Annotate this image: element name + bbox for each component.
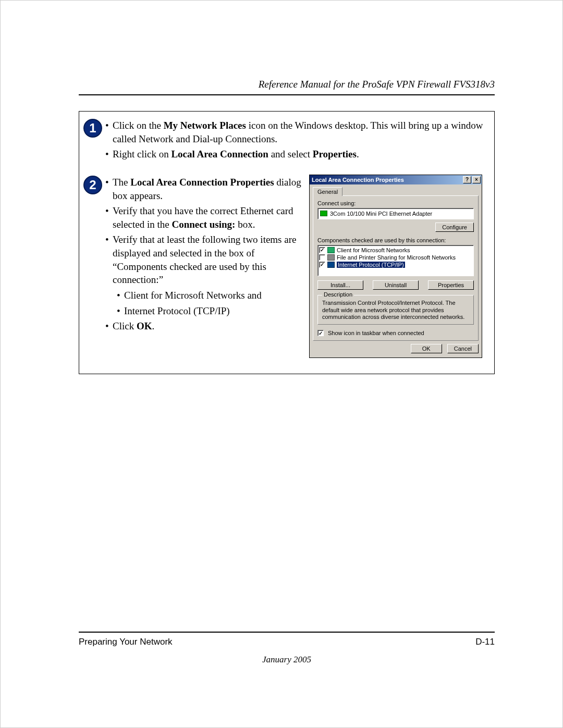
component-tcp-ip[interactable]: ✓ Internet Protocol (TCP/IP) xyxy=(319,261,472,268)
bullet-dot: • xyxy=(117,304,124,318)
header-rule xyxy=(79,94,495,95)
step-2-line-1: The Local Area Connection Properties dia… xyxy=(113,176,304,202)
bullet-dot: • xyxy=(105,233,113,287)
instruction-box: 1 • Click on the My Network Places icon … xyxy=(79,111,495,374)
bullet-dot: • xyxy=(105,204,113,231)
description-text: Transmission Control Protocol/Internet P… xyxy=(322,300,469,321)
dialog-title: Local Area Connection Properties xyxy=(312,177,462,183)
step-1-line-1: Click on the My Network Places icon on t… xyxy=(113,119,489,145)
component-file-printer-sharing[interactable]: File and Printer Sharing for Microsoft N… xyxy=(319,254,472,261)
step-2-sub-1: Client for Microsoft Networks and xyxy=(124,289,304,302)
step-2-line-3: Verify that at least the following two i… xyxy=(113,233,304,287)
lan-properties-dialog: Local Area Connection Properties ? × Gen… xyxy=(309,175,482,358)
description-title: Description xyxy=(322,291,354,298)
components-list[interactable]: ✓ Client for Microsoft Networks File and… xyxy=(317,245,474,276)
cancel-button[interactable]: Cancel xyxy=(447,344,479,353)
footer-date: January 2005 xyxy=(79,655,495,665)
uninstall-button[interactable]: Uninstall xyxy=(373,280,419,290)
checkbox-icon[interactable]: ✓ xyxy=(319,262,325,268)
ok-button[interactable]: OK xyxy=(411,344,442,353)
help-button[interactable]: ? xyxy=(463,176,471,183)
step-1-badge: 1 xyxy=(83,119,102,138)
components-label: Components checked are used by this conn… xyxy=(317,237,474,243)
tab-general[interactable]: General xyxy=(313,187,342,196)
install-button[interactable]: Install... xyxy=(317,280,363,290)
step-2-sub-2: Internet Protocol (TCP/IP) xyxy=(124,304,304,318)
service-icon xyxy=(327,254,335,261)
step-2-line-4: Click OK. xyxy=(113,319,304,333)
properties-button[interactable]: Properties xyxy=(428,280,474,290)
bullet-dot: • xyxy=(105,319,113,333)
checkbox-icon[interactable] xyxy=(319,254,325,261)
step-2-badge: 2 xyxy=(83,176,102,194)
taskbar-label: Show icon in taskbar when connected xyxy=(328,330,424,336)
footer-section: Preparing Your Network xyxy=(79,637,173,647)
client-icon xyxy=(327,247,335,253)
bullet-dot: • xyxy=(117,289,124,302)
footer-page-number: D-11 xyxy=(475,637,495,647)
nic-icon xyxy=(320,211,327,216)
protocol-icon xyxy=(327,262,335,268)
checkbox-icon[interactable]: ✓ xyxy=(319,247,325,253)
nic-field[interactable]: 3Com 10/100 Mini PCI Ethernet Adapter xyxy=(317,208,474,219)
configure-button[interactable]: Configure xyxy=(435,223,474,232)
connect-using-label: Connect using: xyxy=(317,200,474,206)
close-button[interactable]: × xyxy=(472,176,481,183)
bullet-dot: • xyxy=(105,176,113,202)
nic-name: 3Com 10/100 Mini PCI Ethernet Adapter xyxy=(330,211,432,217)
footer-rule xyxy=(79,632,495,633)
taskbar-checkbox[interactable]: ✓ xyxy=(317,330,324,336)
bullet-dot: • xyxy=(105,119,113,145)
component-client-ms-networks[interactable]: ✓ Client for Microsoft Networks xyxy=(319,246,472,254)
bullet-dot: • xyxy=(105,147,113,161)
page-header: Reference Manual for the ProSafe VPN Fir… xyxy=(79,79,495,90)
step-1-line-2: Right click on Local Area Connection and… xyxy=(113,147,489,161)
step-2-line-2: Verify that you have the correct Etherne… xyxy=(113,204,304,231)
